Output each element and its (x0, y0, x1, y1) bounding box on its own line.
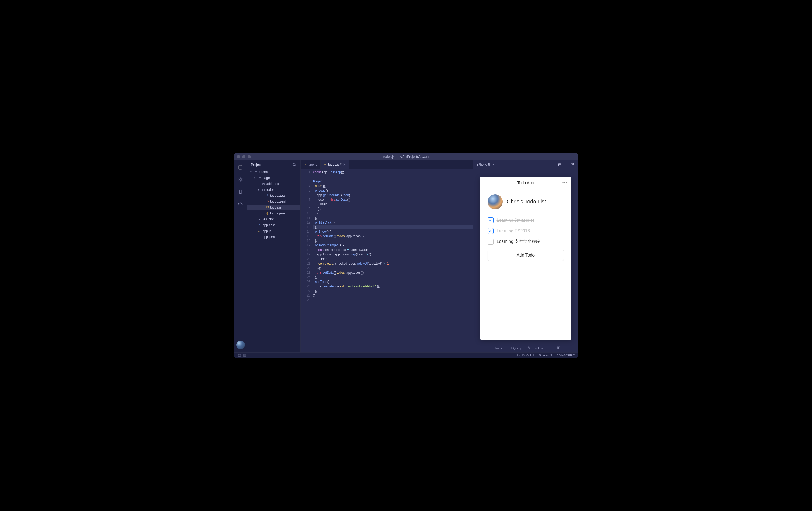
svg-rect-5 (558, 163, 561, 166)
footer-query[interactable]: Query (509, 347, 521, 350)
todo-text: Learning 支付宝小程序 (497, 239, 541, 244)
close-window[interactable] (237, 155, 240, 158)
sidebar: Project ▾🗀aaaaa▾🗀pages▸🗀add-todo▾🗀todos#… (247, 160, 301, 352)
svg-rect-8 (557, 347, 558, 348)
tree-node-add-todo[interactable]: ▸🗀add-todo (247, 181, 300, 187)
tree-node-.eslintrc[interactable]: ▪.eslintrc (247, 216, 300, 222)
svg-point-1 (239, 178, 241, 180)
titlebar[interactable]: todos.js — ~/AntProjects/aaaaa (234, 153, 578, 160)
status-left (237, 354, 246, 357)
file-tree: ▾🗀aaaaa▾🗀pages▸🗀add-todo▾🗀todos#todos.ac… (247, 169, 300, 352)
svg-rect-11 (559, 348, 560, 349)
main-area: Project ▾🗀aaaaa▾🗀pages▸🗀add-todo▾🗀todos#… (234, 160, 578, 352)
chevron-down-icon: ▼ (492, 163, 494, 166)
phone-header: Todo App ••• (480, 177, 572, 188)
preview-actions: | (558, 163, 574, 167)
svg-rect-13 (243, 354, 246, 356)
tree-node-todos.axml[interactable]: <>todos.axml (247, 199, 300, 205)
user-row: Chris's Todo List (488, 194, 564, 209)
tree-node-aaaaa[interactable]: ▾🗀aaaaa (247, 169, 300, 175)
footer-location[interactable]: Location (527, 347, 543, 350)
indent-setting[interactable]: Spaces: 2 (539, 354, 552, 357)
device-selector[interactable]: iPhone 6 ▼ (477, 163, 494, 167)
close-tab-icon[interactable]: × (343, 162, 345, 167)
todo-checkbox[interactable] (488, 217, 494, 223)
tree-node-pages[interactable]: ▾🗀pages (247, 175, 300, 181)
tree-node-app.json[interactable]: {}app.json (247, 234, 300, 240)
status-right: Ln 13, Col: 1 Spaces: 2 JAVASCRIPT (517, 354, 575, 357)
minimize-window[interactable] (242, 155, 245, 158)
todo-checkbox[interactable] (488, 239, 494, 245)
tree-node-todos.acss[interactable]: #todos.acss (247, 193, 300, 199)
todos-list: Learning JavascriptLearning ES2016Learni… (488, 217, 564, 245)
panel-layout-icon[interactable] (237, 354, 241, 357)
svg-point-4 (293, 163, 295, 165)
todo-item: Learning ES2016 (488, 228, 564, 234)
tab-app.js[interactable]: JSapp.js (301, 160, 321, 169)
app-window: todos.js — ~/AntProjects/aaaaa Project ▾… (234, 153, 578, 358)
line-gutter: 1234567891011121314151617181920212223242… (301, 169, 313, 352)
cloud-icon[interactable] (238, 201, 243, 207)
user-avatar-small[interactable] (236, 340, 245, 349)
explorer-icon[interactable] (238, 164, 243, 170)
editor-tabs: JSapp.jsJStodos.js *× (301, 160, 473, 169)
tree-node-todos.js[interactable]: JStodos.js (247, 205, 300, 210)
todo-text: Learning ES2016 (497, 229, 530, 234)
debug-icon[interactable] (238, 177, 243, 182)
app-title: Todo App (517, 180, 534, 185)
tree-node-todos.json[interactable]: {}todos.json (247, 210, 300, 216)
traffic-lights (237, 155, 251, 158)
refresh-icon[interactable] (570, 163, 574, 167)
svg-rect-0 (239, 165, 242, 169)
add-todo-button[interactable]: Add Todo (488, 249, 564, 261)
language-mode[interactable]: JAVASCRIPT (557, 354, 575, 357)
tree-node-app.acss[interactable]: #app.acss (247, 222, 300, 228)
list-title: Chris's Todo List (507, 199, 546, 205)
tab-todos.js[interactable]: JStodos.js *× (321, 160, 349, 169)
todo-text: Learning Javascript (497, 218, 534, 223)
todo-item: Learning Javascript (488, 217, 564, 223)
simulator-icon[interactable] (238, 189, 243, 195)
grid-icon[interactable] (557, 346, 560, 350)
editor-wrap: JSapp.jsJStodos.js *× 123456789101112131… (301, 160, 473, 352)
tree-node-app.js[interactable]: JSapp.js (247, 228, 300, 234)
device-name: iPhone 6 (477, 163, 490, 167)
more-icon[interactable]: ••• (562, 180, 568, 185)
zoom-window[interactable] (248, 155, 251, 158)
panel-bottom-icon[interactable] (243, 354, 246, 357)
cursor-position[interactable]: Ln 13, Col: 1 (517, 354, 534, 357)
preview-footer: home Query Location (473, 344, 578, 352)
calendar-icon[interactable] (558, 163, 562, 167)
todo-item: Learning 支付宝小程序 (488, 239, 564, 245)
phone-body: Chris's Todo List Learning JavascriptLea… (480, 188, 572, 339)
window-title: todos.js — ~/AntProjects/aaaaa (383, 155, 429, 159)
sidebar-title: Project (251, 163, 262, 167)
search-icon[interactable] (292, 163, 297, 167)
svg-rect-12 (238, 354, 241, 356)
svg-rect-10 (557, 348, 558, 349)
svg-point-3 (240, 193, 241, 193)
tree-node-todos[interactable]: ▾🗀todos (247, 187, 300, 193)
footer-home[interactable]: home (491, 347, 503, 350)
todo-checkbox[interactable] (488, 228, 494, 234)
status-bar: Ln 13, Col: 1 Spaces: 2 JAVASCRIPT (234, 352, 578, 358)
phone-area: Todo App ••• Chris's Todo List Learning … (473, 169, 578, 344)
sidebar-header: Project (247, 160, 300, 169)
preview-panel: iPhone 6 ▼ | Todo App ••• (473, 160, 578, 352)
svg-point-7 (528, 347, 529, 348)
phone-frame: Todo App ••• Chris's Todo List Learning … (480, 177, 572, 339)
user-avatar (488, 194, 503, 209)
preview-header: iPhone 6 ▼ | (473, 160, 578, 169)
svg-rect-9 (559, 347, 560, 348)
code-editor[interactable]: 1234567891011121314151617181920212223242… (301, 169, 473, 352)
code-body[interactable]: const app = getApp(); Page({ data: {}, o… (313, 169, 473, 352)
activity-bar (234, 160, 247, 352)
